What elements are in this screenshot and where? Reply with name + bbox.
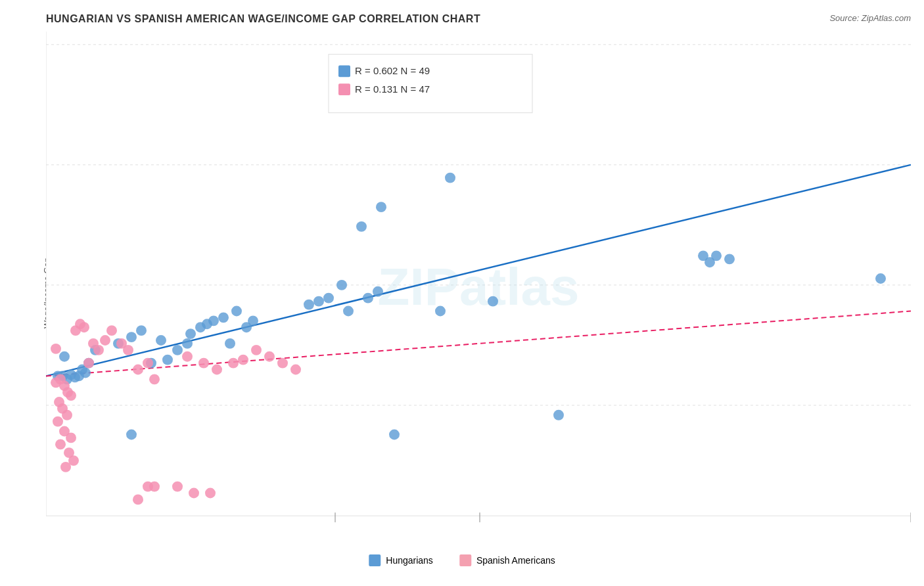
svg-point-64 bbox=[488, 296, 498, 307]
svg-point-42 bbox=[185, 328, 196, 339]
svg-point-53 bbox=[313, 296, 324, 307]
scatter-chart: 100.0% 75.0% 50.0% 25.0% 0.0% 60.0% ZIPa… bbox=[46, 32, 911, 526]
svg-point-57 bbox=[356, 221, 367, 232]
svg-point-29 bbox=[59, 351, 70, 362]
svg-point-70 bbox=[875, 273, 886, 284]
svg-point-93 bbox=[100, 335, 110, 346]
svg-point-38 bbox=[156, 335, 166, 346]
svg-point-107 bbox=[212, 365, 222, 375]
svg-point-85 bbox=[60, 462, 71, 472]
svg-point-102 bbox=[172, 482, 183, 492]
svg-point-111 bbox=[264, 351, 275, 362]
svg-point-45 bbox=[208, 315, 219, 326]
svg-point-114 bbox=[143, 482, 153, 492]
svg-point-35 bbox=[126, 332, 137, 342]
svg-point-40 bbox=[172, 345, 183, 355]
source-label: Source: ZipAtlas.com bbox=[829, 13, 911, 23]
svg-text:R =   0.131    N = 47: R = 0.131 N = 47 bbox=[355, 83, 430, 95]
svg-text:R = 0.602    N = 49: R = 0.602 N = 49 bbox=[355, 65, 430, 76]
svg-point-90 bbox=[83, 358, 94, 369]
svg-point-99 bbox=[149, 374, 160, 384]
svg-text:ZIPatlas: ZIPatlas bbox=[378, 258, 580, 316]
svg-line-21 bbox=[46, 165, 911, 376]
svg-point-79 bbox=[53, 417, 63, 427]
svg-point-97 bbox=[133, 365, 143, 375]
svg-point-75 bbox=[66, 390, 76, 401]
svg-point-60 bbox=[373, 286, 383, 297]
legend-label-hungarian: Hungarians bbox=[386, 555, 433, 566]
svg-point-61 bbox=[389, 430, 400, 440]
svg-point-36 bbox=[136, 325, 147, 336]
svg-point-105 bbox=[182, 351, 193, 362]
svg-point-112 bbox=[277, 358, 288, 369]
svg-point-82 bbox=[55, 439, 66, 449]
svg-point-94 bbox=[106, 325, 117, 336]
svg-point-62 bbox=[435, 306, 446, 317]
svg-point-68 bbox=[711, 250, 722, 261]
svg-point-113 bbox=[290, 365, 301, 375]
svg-point-110 bbox=[251, 345, 262, 355]
svg-point-78 bbox=[62, 410, 72, 420]
svg-point-86 bbox=[51, 344, 61, 354]
svg-point-31 bbox=[80, 368, 91, 378]
svg-point-56 bbox=[343, 306, 354, 317]
svg-point-39 bbox=[162, 355, 173, 365]
svg-point-48 bbox=[231, 306, 242, 317]
chart-legend: Hungarians Spanish Americans bbox=[369, 554, 555, 566]
chart-area: 100.0% 75.0% 50.0% 25.0% 0.0% 60.0% ZIPa… bbox=[46, 32, 911, 526]
svg-text:0.0%: 0.0% bbox=[46, 524, 57, 526]
svg-point-104 bbox=[205, 488, 216, 499]
svg-point-63 bbox=[445, 173, 455, 183]
svg-point-58 bbox=[376, 202, 386, 212]
svg-point-69 bbox=[724, 254, 735, 264]
svg-point-52 bbox=[304, 300, 314, 310]
svg-point-96 bbox=[123, 345, 133, 355]
svg-point-47 bbox=[225, 338, 235, 349]
svg-point-103 bbox=[189, 488, 199, 499]
chart-container: HUNGARIAN VS SPANISH AMERICAN WAGE/INCOM… bbox=[0, 0, 924, 586]
svg-point-46 bbox=[218, 312, 229, 323]
svg-point-51 bbox=[126, 430, 137, 440]
legend-box-hungarian bbox=[369, 554, 381, 566]
svg-point-81 bbox=[66, 433, 76, 443]
svg-point-92 bbox=[93, 345, 104, 355]
svg-point-100 bbox=[133, 495, 143, 505]
svg-point-55 bbox=[336, 280, 347, 290]
chart-title: HUNGARIAN VS SPANISH AMERICAN WAGE/INCOM… bbox=[46, 13, 911, 25]
svg-rect-19 bbox=[338, 83, 350, 95]
svg-point-54 bbox=[323, 293, 334, 304]
legend-label-spanish: Spanish Americans bbox=[476, 555, 555, 566]
svg-point-50 bbox=[248, 315, 258, 326]
svg-point-109 bbox=[238, 355, 248, 365]
svg-point-65 bbox=[553, 410, 564, 420]
legend-item-spanish: Spanish Americans bbox=[459, 554, 555, 566]
legend-item-hungarian: Hungarians bbox=[369, 554, 433, 566]
svg-point-41 bbox=[182, 338, 193, 349]
svg-point-98 bbox=[143, 358, 153, 369]
svg-point-106 bbox=[198, 358, 209, 369]
legend-box-spanish bbox=[459, 554, 471, 566]
svg-point-108 bbox=[228, 358, 239, 369]
svg-point-59 bbox=[363, 293, 373, 304]
svg-text:60.0%: 60.0% bbox=[898, 524, 911, 526]
svg-rect-17 bbox=[338, 65, 350, 77]
svg-point-89 bbox=[79, 322, 89, 332]
